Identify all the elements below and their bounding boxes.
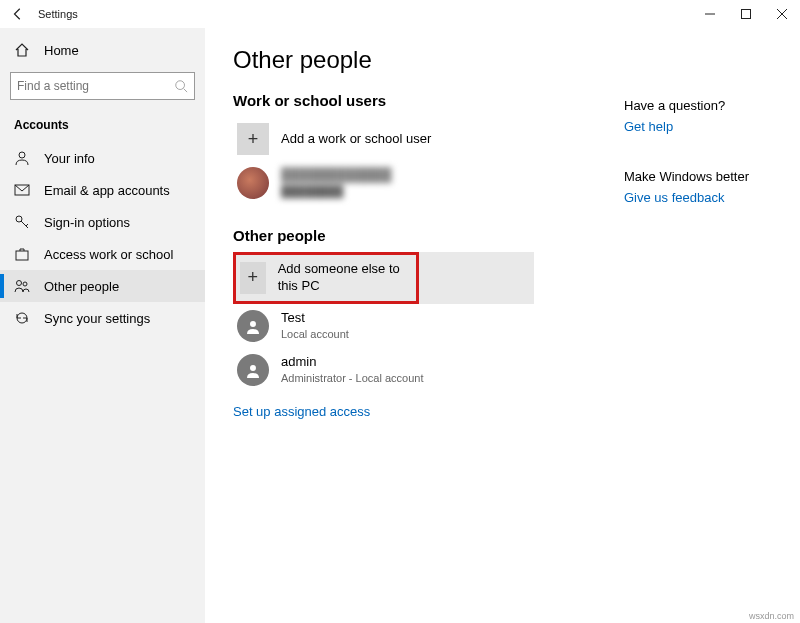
section-label: Accounts bbox=[0, 114, 205, 142]
user-role: Administrator - Local account bbox=[281, 371, 423, 385]
user-name: ████████████ bbox=[281, 167, 392, 184]
briefcase-icon bbox=[14, 246, 30, 262]
plus-icon: + bbox=[237, 123, 269, 155]
svg-line-10 bbox=[26, 224, 28, 226]
svg-rect-11 bbox=[16, 251, 28, 260]
person-icon bbox=[14, 150, 30, 166]
sidebar-item-label: Email & app accounts bbox=[44, 183, 170, 198]
user-name: admin bbox=[281, 354, 423, 371]
sync-icon bbox=[14, 310, 30, 326]
user-entry-test[interactable]: Test Local account bbox=[233, 304, 533, 348]
close-button[interactable] bbox=[764, 0, 800, 28]
sidebar-item-label: Your info bbox=[44, 151, 95, 166]
avatar-icon bbox=[237, 167, 269, 199]
avatar-icon bbox=[237, 354, 269, 386]
svg-line-5 bbox=[184, 89, 188, 93]
maximize-button[interactable] bbox=[728, 0, 764, 28]
plus-icon: + bbox=[240, 262, 266, 294]
svg-point-6 bbox=[19, 152, 25, 158]
search-icon bbox=[174, 79, 188, 93]
sidebar: Home Accounts Your info Email & app acco… bbox=[0, 28, 205, 623]
main-content: Other people Work or school users + Add … bbox=[205, 28, 800, 623]
page-title: Other people bbox=[233, 46, 772, 74]
sidebar-item-signin[interactable]: Sign-in options bbox=[0, 206, 205, 238]
home-button[interactable]: Home bbox=[0, 36, 205, 64]
people-icon bbox=[14, 278, 30, 294]
back-button[interactable] bbox=[6, 2, 30, 26]
sidebar-item-label: Access work or school bbox=[44, 247, 173, 262]
get-help-link[interactable]: Get help bbox=[624, 119, 673, 134]
user-entry-admin[interactable]: admin Administrator - Local account bbox=[233, 348, 533, 392]
key-icon bbox=[14, 214, 30, 230]
feedback-heading: Make Windows better bbox=[624, 169, 774, 184]
search-input[interactable] bbox=[10, 72, 195, 100]
svg-point-15 bbox=[250, 365, 256, 371]
home-label: Home bbox=[44, 43, 79, 58]
avatar-icon bbox=[237, 310, 269, 342]
user-name: Test bbox=[281, 310, 349, 327]
assigned-access-link[interactable]: Set up assigned access bbox=[233, 404, 370, 419]
home-icon bbox=[14, 42, 30, 58]
window-title: Settings bbox=[38, 8, 78, 20]
svg-point-14 bbox=[250, 321, 256, 327]
user-role: Local account bbox=[281, 327, 349, 341]
minimize-button[interactable] bbox=[692, 0, 728, 28]
work-user-entry[interactable]: ████████████ ████████ bbox=[233, 161, 533, 205]
svg-point-13 bbox=[23, 282, 27, 286]
right-rail: Have a question? Get help Make Windows b… bbox=[624, 98, 774, 240]
sidebar-item-label: Sign-in options bbox=[44, 215, 130, 230]
mail-icon bbox=[14, 182, 30, 198]
svg-point-12 bbox=[17, 281, 22, 286]
add-work-label: Add a work or school user bbox=[281, 131, 431, 148]
sidebar-item-label: Other people bbox=[44, 279, 119, 294]
help-heading: Have a question? bbox=[624, 98, 774, 113]
add-work-user-button[interactable]: + Add a work or school user bbox=[233, 117, 533, 161]
sidebar-item-your-info[interactable]: Your info bbox=[0, 142, 205, 174]
svg-point-4 bbox=[176, 81, 185, 90]
sidebar-item-work-school[interactable]: Access work or school bbox=[0, 238, 205, 270]
svg-rect-1 bbox=[742, 10, 751, 19]
watermark: wsxdn.com bbox=[749, 611, 794, 621]
sidebar-item-other-people[interactable]: Other people bbox=[0, 270, 205, 302]
sidebar-item-email[interactable]: Email & app accounts bbox=[0, 174, 205, 206]
sidebar-item-label: Sync your settings bbox=[44, 311, 150, 326]
search-field[interactable] bbox=[17, 79, 174, 93]
add-someone-button[interactable]: + Add someone else to this PC bbox=[233, 252, 419, 304]
feedback-link[interactable]: Give us feedback bbox=[624, 190, 724, 205]
user-role: ████████ bbox=[281, 184, 392, 198]
add-someone-label: Add someone else to this PC bbox=[278, 261, 412, 295]
sidebar-item-sync[interactable]: Sync your settings bbox=[0, 302, 205, 334]
